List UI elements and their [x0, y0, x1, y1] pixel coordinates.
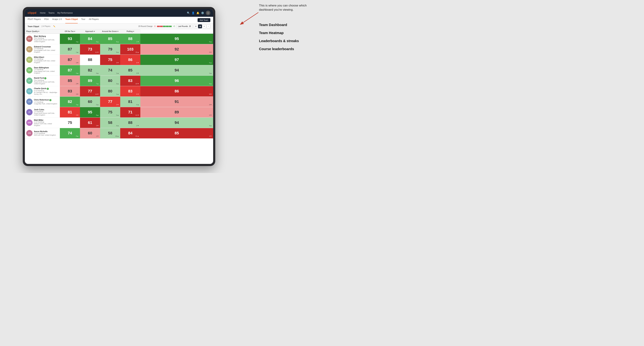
- player-avatar: EC: [26, 46, 32, 52]
- down-arrow-icon: [97, 135, 99, 137]
- player-handicap: 1-5 Handicap: [34, 58, 58, 60]
- table-row[interactable]: DF David Ford✓ Plus Handicap Royal North…: [25, 75, 213, 86]
- table-row[interactable]: AN Aaron Nicholls 11-15 Handicap Drift G…: [25, 128, 213, 138]
- player-club: Gog Magog Golf Club, United Kingdom: [34, 70, 58, 74]
- score-cell-4-2: 80 3: [100, 75, 120, 86]
- down-arrow-icon: [210, 114, 212, 116]
- tab-hcaps[interactable]: Hcaps 1-5: [52, 17, 62, 23]
- score-change: 3: [209, 125, 212, 127]
- score-change: 3: [209, 104, 212, 106]
- header-around-green[interactable]: Around the Green ▾: [100, 29, 120, 33]
- down-arrow-icon: [117, 62, 119, 64]
- nav-item-teams[interactable]: Teams: [48, 12, 54, 14]
- export-icon[interactable]: ↑: [206, 24, 210, 28]
- up-arrow-icon: [210, 83, 212, 85]
- score-value: 74: [68, 131, 72, 135]
- tab-team-clippd[interactable]: Team Clippd: [65, 17, 78, 23]
- score-change: 3: [136, 72, 139, 74]
- nav-item-performance[interactable]: My Performance: [57, 12, 72, 14]
- score-change: 21: [136, 135, 139, 137]
- grid-view-icon[interactable]: ⊞: [194, 24, 198, 28]
- tab-pgat-players[interactable]: PGAT Players: [28, 17, 41, 23]
- person-icon[interactable]: 👤: [192, 11, 194, 14]
- team-header: Team Clippd | 14 Players ✏️ 20 Round Cha…: [25, 23, 213, 29]
- score-value: 97: [175, 57, 179, 62]
- header-player-quality[interactable]: Player Quality ▾: [25, 29, 60, 33]
- dashboard-options: Team Dashboard Team Heatmap Leaderboards…: [259, 22, 318, 51]
- heatmap-view-icon[interactable]: ▦: [198, 24, 202, 28]
- score-change: 5: [209, 62, 212, 64]
- score-change: 4: [76, 72, 78, 74]
- down-arrow-icon: [117, 104, 119, 106]
- score-cell-0-1: 84 6: [80, 33, 100, 44]
- settings-icon[interactable]: ⚙️: [201, 11, 204, 14]
- score-cell-5-0: 83 3: [60, 86, 80, 96]
- player-handicap: 6-10 Handicap: [34, 90, 58, 92]
- score-value: 96: [175, 78, 179, 83]
- search-icon[interactable]: 🔍: [187, 11, 190, 14]
- score-value: 85: [175, 131, 179, 135]
- player-avatar: CR: [26, 99, 32, 105]
- score-change: 1: [116, 72, 119, 74]
- table-row[interactable]: MM Matt Miller 6-10 Handicap Woburn Golf…: [25, 117, 213, 128]
- player-info-1: EC Edward Crossman 1-5 Handicap Sunningd…: [25, 44, 60, 54]
- player-table: Player Quality ▾ Off the Tee ▾ Approach …: [25, 29, 213, 139]
- score-cell-3-3: 85 3: [120, 65, 140, 75]
- table-row[interactable]: CQ Charlie Quick✓ 6-10 Handicap St. Geor…: [25, 86, 213, 96]
- player-handicap: Plus Handicap: [34, 37, 58, 39]
- score-value: 87: [68, 57, 72, 62]
- down-arrow-icon: [138, 72, 139, 74]
- tab-tour[interactable]: Tour: [81, 17, 85, 23]
- edit-icon[interactable]: ✏️: [53, 25, 55, 27]
- score-cell-2-2: 75 3: [100, 54, 120, 65]
- score-cell-8-3: 88 2: [120, 117, 140, 128]
- up-arrow-icon: [117, 114, 119, 116]
- table-row[interactable]: CR Chris Robertson✓ 1-5 Handicap Craigmi…: [25, 96, 213, 107]
- score-cell-4-4: 96 3: [140, 75, 213, 86]
- list-view-icon[interactable]: ≡: [202, 24, 206, 28]
- tab-all-players[interactable]: All Players: [89, 17, 99, 23]
- player-table-body: BM Blair McHarg Plus Handicap Royal Nort…: [25, 33, 213, 138]
- score-change: 4: [116, 125, 119, 127]
- player-handicap: 1-5 Handicap: [34, 101, 58, 103]
- score-value: 95: [88, 110, 92, 114]
- score-change: 2: [96, 104, 99, 106]
- score-value: 88: [88, 57, 92, 62]
- add-team-button[interactable]: Add Team: [198, 18, 210, 22]
- score-change: 3: [209, 83, 212, 85]
- table-row[interactable]: EC Edward Crossman 1-5 Handicap Sunningd…: [25, 44, 213, 54]
- score-cell-2-3: 86 6: [120, 54, 140, 65]
- table-row[interactable]: EE Elliot Ebert 1-5 Handicap Sunningdale…: [25, 54, 213, 65]
- down-arrow-icon: [97, 93, 99, 95]
- table-row[interactable]: BM Blair McHarg Plus Handicap Royal Nort…: [25, 33, 213, 44]
- player-avatar: JC: [26, 109, 32, 115]
- last-rounds-button[interactable]: Last Rounds: 20: [176, 25, 192, 28]
- score-value: 77: [88, 89, 92, 93]
- header-putting[interactable]: Putting ▾: [120, 29, 140, 33]
- table-row[interactable]: DB Dave Billingham 1-5 Handicap Gog Mago…: [25, 65, 213, 75]
- score-cell-6-2: 77 3: [100, 96, 120, 107]
- score-cell-3-4: 94 1: [140, 65, 213, 75]
- score-change: 3: [209, 51, 212, 53]
- score-cell-7-4: 89 2: [140, 107, 213, 117]
- tab-pga[interactable]: PGA: [44, 17, 49, 23]
- up-arrow-icon: [210, 41, 212, 43]
- player-name: Dave Billingham: [34, 67, 58, 69]
- bell-icon[interactable]: 🔔: [196, 11, 199, 14]
- score-change: 9: [116, 51, 119, 53]
- verified-badge: ✓: [49, 99, 52, 101]
- table-row[interactable]: JC Josh Coles 1-5 Handicap Royal North D…: [25, 107, 213, 117]
- score-value: 80: [108, 78, 112, 83]
- score-change: 8: [76, 135, 78, 137]
- player-handicap: 11-15 Handicap: [34, 133, 58, 134]
- score-cell-9-4: 85 4: [140, 128, 213, 138]
- score-change: 1: [116, 93, 119, 95]
- header-off-tee[interactable]: Off the Tee ▾: [60, 29, 80, 33]
- annotation-area: This is where you can choose which dashb…: [259, 3, 318, 54]
- user-avatar[interactable]: U: [206, 11, 210, 15]
- down-arrow-icon: [97, 51, 99, 53]
- score-value: 79: [108, 47, 112, 51]
- header-approach[interactable]: Approach ▾: [80, 29, 100, 33]
- score-value: 83: [128, 89, 132, 93]
- nav-item-home[interactable]: Home: [40, 12, 46, 14]
